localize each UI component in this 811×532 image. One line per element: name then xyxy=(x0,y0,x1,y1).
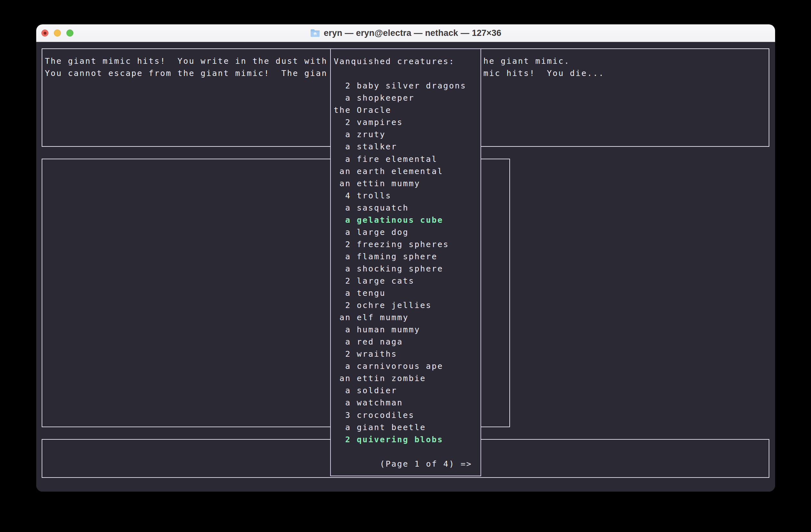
vanquished-item: 2 quivering blobs xyxy=(334,434,443,446)
vanquished-item: a soldier xyxy=(334,385,397,397)
vanquished-item: a gelatinous cube xyxy=(334,214,443,226)
vanquished-item: a watchman xyxy=(334,397,403,409)
vanquished-item: an ettin mummy xyxy=(334,177,420,190)
home-folder-icon xyxy=(310,29,320,37)
vanquished-item: a flaming sphere xyxy=(334,251,438,263)
vanquished-item: 2 baby silver dragons xyxy=(334,80,466,92)
message-text: he giant mimic. xyxy=(484,55,570,67)
message-text: You cannot escape from the giant mimic! … xyxy=(45,67,327,79)
vanquished-item: 4 trolls xyxy=(334,190,392,202)
vanquished-item: a fire elemental xyxy=(334,153,438,166)
vanquished-creatures-menu: Vanquished creatures: 2 baby silver drag… xyxy=(330,48,481,476)
vanquished-item: a tengu xyxy=(334,287,386,299)
vanquished-item: a shocking sphere xyxy=(334,263,443,275)
vanquished-item: 2 vampires xyxy=(334,116,403,128)
vanquished-item: a carnivorous ape xyxy=(334,360,443,372)
menu-title: Vanquished creatures: xyxy=(334,56,455,68)
terminal-window: eryn — eryn@electra — nethack — 127×36 T… xyxy=(36,25,775,491)
window-titlebar[interactable]: eryn — eryn@electra — nethack — 127×36 xyxy=(36,25,775,42)
vanquished-item: an ettin zombie xyxy=(334,372,426,385)
vanquished-item: an elf mummy xyxy=(334,312,409,324)
menu-page-indicator: (Page 1 of 4) => xyxy=(380,458,472,470)
vanquished-item: a large dog xyxy=(334,226,409,238)
terminal-screen[interactable]: The giant mimic hits! You write in the d… xyxy=(36,42,775,491)
vanquished-item: the Oracle xyxy=(334,104,392,116)
vanquished-item: a shopkeeper xyxy=(334,92,414,104)
vanquished-item: a zruty xyxy=(334,128,386,141)
window-title: eryn — eryn@electra — nethack — 127×36 xyxy=(324,28,501,38)
vanquished-item: a stalker xyxy=(334,141,397,153)
minimize-button[interactable] xyxy=(54,30,61,36)
desktop: eryn — eryn@electra — nethack — 127×36 T… xyxy=(0,0,811,532)
vanquished-item: a giant beetle xyxy=(334,421,426,434)
vanquished-item: an earth elemental xyxy=(334,166,443,177)
vanquished-item: 2 freezing spheres xyxy=(334,238,449,251)
vanquished-item: 2 wraiths xyxy=(334,348,397,360)
message-text: mic hits! You die... xyxy=(484,67,605,79)
vanquished-item: 3 crocodiles xyxy=(334,409,414,421)
vanquished-item: a red naga xyxy=(334,336,403,348)
vanquished-item: 2 large cats xyxy=(334,275,414,287)
message-text: The giant mimic hits! You write in the d… xyxy=(45,55,327,67)
traffic-lights xyxy=(41,25,73,42)
vanquished-item: a sasquatch xyxy=(334,202,409,214)
zoom-button[interactable] xyxy=(66,30,73,36)
close-button[interactable] xyxy=(41,30,48,36)
vanquished-item: 2 ochre jellies xyxy=(334,299,432,312)
vanquished-item: a human mummy xyxy=(334,324,420,336)
